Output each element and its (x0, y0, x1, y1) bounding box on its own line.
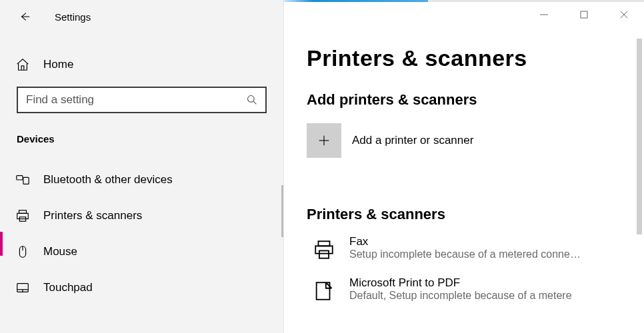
add-printer-button[interactable]: Add a printer or scanner (307, 123, 473, 158)
sidebar: Settings Home Devices Bluetooth & oth (0, 0, 284, 333)
home-icon (15, 57, 30, 72)
printer-icon (309, 235, 339, 264)
mouse-icon (15, 244, 30, 259)
search-icon (247, 95, 257, 105)
active-accent-bar (0, 232, 3, 256)
sidebar-item-label: Bluetooth & other devices (43, 173, 173, 186)
section-heading-add: Add printers & scanners (307, 91, 635, 109)
sidebar-item-printers[interactable]: Printers & scanners (0, 198, 283, 234)
device-subtext: Default, Setup incomplete because of a m… (349, 290, 572, 302)
svg-rect-4 (23, 177, 29, 184)
svg-rect-20 (315, 246, 333, 253)
sidebar-item-label: Mouse (43, 245, 77, 258)
svg-rect-19 (319, 241, 330, 246)
sidebar-item-mouse[interactable]: Mouse (0, 234, 283, 270)
pdf-printer-icon (309, 276, 339, 306)
plus-icon (317, 133, 331, 148)
svg-rect-3 (17, 176, 23, 180)
printer-icon (15, 208, 30, 223)
add-printer-label: Add a printer or scanner (352, 134, 473, 147)
add-tile (307, 123, 341, 158)
search-wrap (17, 87, 267, 113)
svg-line-2 (253, 101, 256, 104)
svg-rect-5 (19, 210, 27, 214)
window-controls (524, 1, 644, 28)
svg-rect-6 (17, 213, 29, 218)
main-pane: Printers & scanners Add printers & scann… (284, 0, 644, 333)
sidebar-scrollbar[interactable] (281, 185, 283, 237)
device-name: Microsoft Print to PDF (349, 276, 572, 290)
maximize-button[interactable] (564, 1, 604, 28)
device-name: Fax (349, 235, 581, 248)
sidebar-item-bluetooth[interactable]: Bluetooth & other devices (0, 162, 283, 198)
sidebar-item-touchpad[interactable]: Touchpad (0, 270, 283, 306)
sidebar-category-heading: Devices (0, 113, 283, 155)
sidebar-item-label: Touchpad (43, 281, 93, 294)
svg-point-1 (248, 96, 255, 103)
bluetooth-devices-icon (15, 172, 30, 187)
search-input[interactable] (26, 93, 247, 107)
touchpad-icon (15, 280, 30, 295)
sidebar-header: Settings (0, 0, 283, 33)
minimize-button[interactable] (524, 1, 564, 28)
back-arrow-icon[interactable] (19, 11, 31, 23)
svg-rect-21 (319, 250, 329, 258)
device-item-ms-print-pdf[interactable]: Microsoft Print to PDF Default, Setup in… (307, 276, 635, 306)
sidebar-home[interactable]: Home (0, 49, 283, 80)
sidebar-home-label: Home (43, 58, 73, 71)
svg-rect-14 (581, 11, 587, 18)
minimize-icon (539, 10, 549, 19)
section-heading-list: Printers & scanners (307, 206, 635, 223)
scrollbar-thumb[interactable] (637, 39, 642, 234)
app-title: Settings (55, 11, 91, 23)
page-title: Printers & scanners (307, 45, 635, 71)
sidebar-nav-list: Bluetooth & other devices Printers & sca… (0, 162, 283, 306)
maximize-icon (579, 10, 589, 19)
close-button[interactable] (604, 1, 644, 28)
svg-line-23 (326, 282, 332, 288)
device-item-fax[interactable]: Fax Setup incomplete because of a metere… (307, 235, 635, 264)
device-subtext: Setup incomplete because of a metered co… (349, 248, 581, 260)
sidebar-item-label: Printers & scanners (43, 209, 142, 222)
search-box[interactable] (17, 87, 267, 113)
main-scrollbar[interactable] (635, 33, 644, 333)
close-icon (619, 10, 629, 19)
